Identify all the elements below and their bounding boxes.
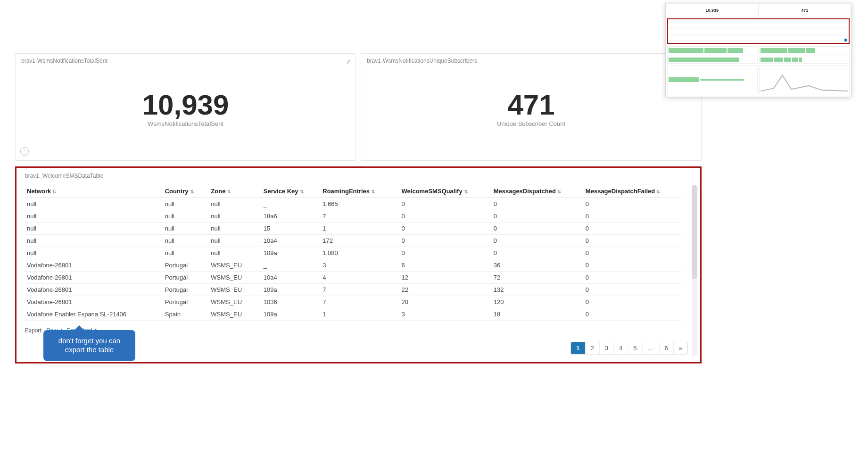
- column-header[interactable]: Service Key⇅: [262, 185, 321, 198]
- table-cell: 0: [584, 198, 682, 210]
- table-cell: _: [262, 259, 321, 272]
- sort-icon: ⇅: [190, 189, 194, 194]
- pagination-page[interactable]: 6: [660, 342, 674, 354]
- pagination-page[interactable]: 3: [600, 342, 614, 354]
- column-header[interactable]: RoamingEntries⇅: [321, 185, 399, 198]
- table-cell: null: [163, 210, 209, 223]
- table-cell: 4: [321, 272, 399, 284]
- table-cell: 132: [492, 284, 584, 296]
- table-row[interactable]: nullnullnull109a1,080000: [25, 247, 682, 259]
- kpi-total-sent-title: brav1-WsmsNotificationsTotalSent: [21, 58, 350, 64]
- table-cell: 1,665: [321, 198, 399, 210]
- table-cell: 0: [584, 308, 682, 321]
- table-cell: null: [163, 223, 209, 235]
- minimap-kpi-left: 10,939: [666, 3, 759, 17]
- sort-icon: ⇅: [464, 189, 468, 194]
- table-cell: 36: [492, 259, 584, 272]
- column-header[interactable]: WelcomeSMSQualify⇅: [400, 185, 492, 198]
- table-cell: 1,080: [321, 247, 399, 259]
- table-cell: 18a6: [262, 210, 321, 223]
- table-cell: 22: [400, 284, 492, 296]
- table-cell: null: [209, 223, 262, 235]
- pagination-page[interactable]: 1: [571, 342, 585, 354]
- column-header[interactable]: Zone⇅: [209, 185, 262, 198]
- table-cell: null: [25, 198, 163, 210]
- column-header[interactable]: MessageDispatchFailed⇅: [584, 185, 682, 198]
- kpi-unique-card: brav1-WsmsNotificationsUniqueSubscribers…: [361, 53, 702, 161]
- table-cell: 0: [400, 235, 492, 247]
- table-row[interactable]: Vodafone-26801PortugalWSMS_EU10367201200: [25, 296, 682, 308]
- table-cell: 109a: [262, 308, 321, 321]
- table-cell: 0: [400, 223, 492, 235]
- expand-icon[interactable]: ⤢: [346, 58, 351, 65]
- table-cell: 15: [262, 223, 321, 235]
- table-row[interactable]: nullnullnull_1,665000: [25, 198, 682, 210]
- pagination-page[interactable]: 5: [628, 342, 642, 354]
- table-cell: 12: [400, 272, 492, 284]
- table-cell: 0: [400, 198, 492, 210]
- table-cell: 0: [492, 223, 584, 235]
- table-row[interactable]: nullnullnull18a67000: [25, 210, 682, 223]
- table-row[interactable]: Vodafone-26801PortugalWSMS_EU10a4412720: [25, 272, 682, 284]
- sort-icon: ⇅: [52, 189, 56, 194]
- table-cell: 1: [321, 223, 399, 235]
- table-cell: 1036: [262, 296, 321, 308]
- table-cell: 0: [400, 247, 492, 259]
- table-cell: 0: [584, 284, 682, 296]
- table-cell: Vodafone Enabler Espana SL-21406: [25, 308, 163, 321]
- table-cell: 0: [584, 247, 682, 259]
- table-cell: WSMS_EU: [209, 308, 262, 321]
- table-cell: 72: [492, 272, 584, 284]
- kpi-total-sent-value: 10,939: [142, 91, 229, 119]
- minimap-charts: [666, 45, 851, 96]
- table-cell: 0: [492, 198, 584, 210]
- data-table: Network⇅Country⇅Zone⇅Service Key⇅Roaming…: [25, 185, 682, 321]
- table-cell: null: [25, 235, 163, 247]
- pagination-page[interactable]: 4: [614, 342, 628, 354]
- minimap-table-highlight: [667, 18, 850, 44]
- table-row[interactable]: nullnullnull151000: [25, 223, 682, 235]
- table-row[interactable]: Vodafone-26801PortugalWSMS_EU109a7221320: [25, 284, 682, 296]
- table-cell: 0: [492, 210, 584, 223]
- table-cell: 1: [321, 308, 399, 321]
- table-cell: WSMS_EU: [209, 272, 262, 284]
- pagination-page[interactable]: 2: [586, 342, 600, 354]
- table-cell: null: [209, 210, 262, 223]
- column-header[interactable]: Country⇅: [163, 185, 209, 198]
- pagination-next[interactable]: »: [674, 342, 687, 354]
- table-cell: 10a4: [262, 272, 321, 284]
- table-cell: 6: [400, 259, 492, 272]
- table-cell: Portugal: [163, 259, 209, 272]
- dashboard-minimap[interactable]: 10,939 471: [665, 3, 851, 97]
- sort-icon: ⇅: [557, 189, 561, 194]
- table-cell: WSMS_EU: [209, 284, 262, 296]
- table-cell: null: [163, 198, 209, 210]
- sort-icon: ⇅: [300, 189, 304, 194]
- table-cell: 7: [321, 210, 399, 223]
- kpi-total-sent-card: brav1-WsmsNotificationsTotalSent ⤢ 10,93…: [15, 53, 356, 161]
- table-cell: null: [163, 235, 209, 247]
- table-cell: 0: [400, 210, 492, 223]
- table-cell: null: [25, 210, 163, 223]
- scrollbar-thumb[interactable]: [692, 185, 697, 279]
- table-cell: 18: [492, 308, 584, 321]
- export-label: Export:: [25, 327, 43, 334]
- table-row[interactable]: nullnullnull10a4172000: [25, 235, 682, 247]
- table-scrollbar[interactable]: [692, 185, 697, 356]
- sort-icon: ⇅: [656, 189, 660, 194]
- column-header[interactable]: MessagesDispatched⇅: [492, 185, 584, 198]
- table-cell: 120: [492, 296, 584, 308]
- table-cell: 0: [584, 210, 682, 223]
- table-cell: Vodafone-26801: [25, 296, 163, 308]
- table-cell: Vodafone-26801: [25, 259, 163, 272]
- table-row[interactable]: Vodafone Enabler Espana SL-21406SpainWSM…: [25, 308, 682, 321]
- table-cell: null: [25, 247, 163, 259]
- table-cell: 0: [584, 296, 682, 308]
- column-header[interactable]: Network⇅: [25, 185, 163, 198]
- table-cell: 0: [584, 272, 682, 284]
- table-row[interactable]: Vodafone-26801PortugalWSMS_EU_36360: [25, 259, 682, 272]
- table-title: brav1_WelcomeSMSDataTable: [25, 173, 692, 179]
- pagination-ellipsis: …: [643, 342, 660, 354]
- minimap-kpi-right: 471: [759, 3, 851, 17]
- scroll-top-icon[interactable]: ⌃: [20, 147, 29, 156]
